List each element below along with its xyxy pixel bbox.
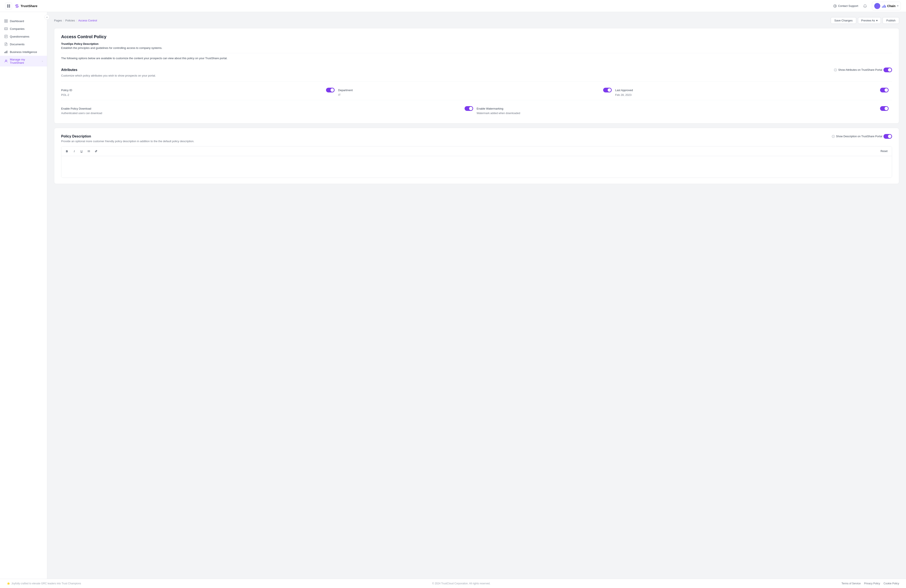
publish-button[interactable]: Publish [883,17,899,24]
footer-cookie-link[interactable]: Cookie Policy [884,582,899,585]
enable-desc-watermarking: Watermark added when downloaded [477,112,888,115]
grid-menu-button[interactable] [5,3,12,10]
toggle-last-approved[interactable] [880,88,888,92]
company-selector[interactable]: Chain ▾ [872,2,901,10]
portal-toggle-text: Show Attributes on TrustShare Portal [838,69,882,72]
toolbar: Save Changes Preview As ▾ Publish [831,17,899,24]
sidebar-nav: Dashboard Companies Questionnaires Docum… [0,16,47,68]
nav-left: TrustShare [5,3,37,10]
toggle-thumb-policy-download [469,107,472,110]
sidebar-collapse-button[interactable]: « [45,14,49,20]
svg-rect-1 [9,5,10,6]
enable-item-watermarking: Enable Watermarking Watermark added when… [477,104,892,117]
toggle-policy-download[interactable] [464,106,473,111]
chevron-down-icon: ▾ [897,5,898,7]
footer-tagline-text: Joyfully crafted to elevate GRC leaders … [11,582,81,585]
toggle-thumb-department [608,88,611,92]
company-name-label: Chain [887,4,895,8]
footer-links: Terms of Service Privacy Policy Cookie P… [841,582,899,585]
brand-name: TrustShare [21,4,37,8]
main-content: Pages / Policies / Access Control Save C… [47,12,906,579]
editor-underline-button[interactable]: U [78,148,85,154]
sidebar-item-business-intelligence[interactable]: Business Intelligence [0,48,47,56]
breadcrumb-sep-1: / [63,19,64,22]
sidebar-item-documents[interactable]: Documents [0,40,47,48]
breadcrumb-current: Access Control [78,19,97,22]
portal-toggle-track [884,67,892,72]
policy-note: The following options below are availabl… [61,53,892,63]
sidebar-item-manage-trustshare[interactable]: Manage my TrustShare › [0,56,47,67]
attributes-subtitle: Customize which policy attributes you wi… [61,74,892,77]
company-name-area: Chain [882,4,895,8]
policy-meta-value: Establish the principles and guidelines … [61,46,892,49]
svg-rect-15 [6,51,7,53]
attributes-section-header: Attributes Show Attributes on TrustShare… [61,67,892,72]
footer-privacy-link[interactable]: Privacy Policy [864,582,880,585]
editor-link-button[interactable] [93,148,99,154]
show-description-toggle-text: Show Description on TrustShare Portal [836,135,882,138]
preview-chevron-icon: ▾ [876,19,878,22]
toggle-policy-id[interactable] [326,88,335,92]
attribute-name-policy-id: Policy ID [61,89,72,92]
footer: ⭐ Joyfully crafted to elevate GRC leader… [0,579,906,588]
show-description-toggle[interactable] [884,134,892,139]
editor-reset-button[interactable]: Reset [879,149,889,153]
footer-copyright: © 2024 TrustCloud Corporation. All right… [432,582,491,585]
notification-button[interactable] [861,3,868,10]
editor-toolbar: B I U Reset [61,147,892,156]
svg-point-25 [88,151,88,152]
svg-rect-13 [5,52,5,53]
attribute-item-department: Department IT [338,85,615,99]
footer-tagline: ⭐ Joyfully crafted to elevate GRC leader… [7,582,81,585]
sidebar-label-companies: Companies [10,27,24,30]
breadcrumb-policies: Policies [65,19,75,22]
sidebar-label-business-intelligence: Business Intelligence [10,50,37,54]
editor-bold-button[interactable]: B [64,148,70,154]
editor-body[interactable] [61,156,892,178]
editor-list-button[interactable] [86,148,92,154]
portal-toggle-thumb [888,68,892,72]
toggle-thumb-policy-id [330,88,334,92]
sidebar-item-companies[interactable]: Companies [0,25,47,33]
editor-italic-button[interactable]: I [71,148,77,154]
sidebar-expand-icon: › [42,60,43,62]
description-title: Policy Description [61,134,91,138]
portal-toggle[interactable] [884,67,892,72]
attribute-name-department: Department [338,89,353,92]
preview-as-button[interactable]: Preview As ▾ [858,17,881,24]
svg-rect-8 [6,19,8,21]
description-card: Policy Description Show Description on T… [54,128,899,184]
attribute-row-department: Department [338,88,611,92]
enable-name-policy-download: Enable Policy Download [61,107,91,110]
toggle-watermarking[interactable] [880,106,888,111]
attribute-name-last-approved: Last Approved [615,89,633,92]
sidebar-label-documents: Documents [10,43,24,46]
toggle-thumb-watermarking [885,107,888,110]
svg-point-6 [835,7,835,7]
toggle-department[interactable] [603,88,612,92]
sidebar-item-dashboard[interactable]: Dashboard [0,17,47,25]
contact-support-link[interactable]: Contact Support [833,4,858,8]
svg-rect-14 [6,51,6,53]
editor-tools: B I U [64,148,99,154]
save-changes-button[interactable]: Save Changes [831,17,856,24]
attribute-value-last-approved: Feb 28, 2023 [615,93,888,97]
enable-desc-policy-download: Authenticated users can download [61,112,473,115]
svg-point-24 [88,151,88,151]
show-description-toggle-label: Show Description on TrustShare Portal [832,134,892,139]
sidebar-item-questionnaires[interactable]: Questionnaires [0,33,47,40]
attribute-item-last-approved: Last Approved Feb 28, 2023 [615,85,892,99]
policy-title: Access Control Policy [61,34,892,39]
attribute-value-policy-id: POL-2 [61,93,335,97]
top-nav: TrustShare Contact Support [0,0,906,12]
attribute-row-last-approved: Last Approved [615,88,888,92]
breadcrumb: Pages / Policies / Access Control [54,19,97,22]
footer-terms-link[interactable]: Terms of Service [841,582,861,585]
portal-toggle-label: Show Attributes on TrustShare Portal [834,67,892,72]
toggle-track-watermarking [880,106,888,111]
svg-point-16 [5,60,6,61]
chain-bars-icon [882,4,886,8]
enable-row-policy-download: Enable Policy Download [61,106,473,111]
show-description-toggle-thumb [888,135,892,138]
sidebar: « Dashboard Companies Questionnaires Doc… [0,12,47,579]
